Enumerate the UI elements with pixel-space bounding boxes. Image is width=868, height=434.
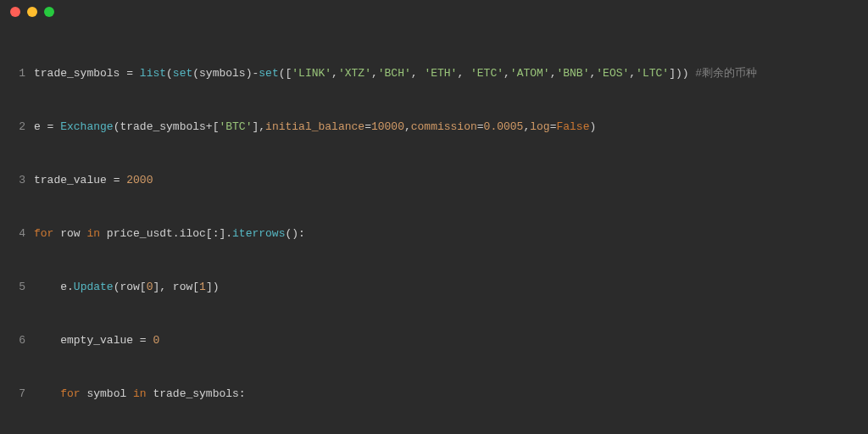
code-line: 2e = Exchange(trade_symbols+['BTC'],init… bbox=[0, 118, 868, 136]
line-number: 6 bbox=[0, 331, 34, 349]
code-content: trade_value = 2000 bbox=[34, 171, 153, 189]
line-number: 7 bbox=[0, 385, 34, 403]
code-line: 3trade_value = 2000 bbox=[0, 171, 868, 189]
line-number: 1 bbox=[0, 64, 34, 82]
code-line: 6 empty_value = 0 bbox=[0, 331, 868, 349]
close-icon[interactable] bbox=[10, 7, 20, 17]
code-content: for symbol in trade_symbols: bbox=[34, 385, 246, 403]
code-content: empty_value = 0 bbox=[34, 331, 159, 349]
line-number: 3 bbox=[0, 171, 34, 189]
line-number: 2 bbox=[0, 118, 34, 136]
line-number: 5 bbox=[0, 278, 34, 296]
code-editor[interactable]: 1trade_symbols = list(set(symbols)-set([… bbox=[0, 24, 868, 434]
code-line: 1trade_symbols = list(set(symbols)-set([… bbox=[0, 64, 868, 82]
code-line: 7 for symbol in trade_symbols: bbox=[0, 385, 868, 403]
code-content: e = Exchange(trade_symbols+['BTC'],initi… bbox=[34, 118, 596, 136]
code-content: e.Update(row[0], row[1]) bbox=[34, 278, 220, 296]
code-line: 5 e.Update(row[0], row[1]) bbox=[0, 278, 868, 296]
line-number: 4 bbox=[0, 225, 34, 242]
titlebar bbox=[0, 0, 868, 24]
code-content: trade_symbols = list(set(symbols)-set(['… bbox=[34, 64, 757, 82]
code-content: for row in price_usdt.iloc[:].iterrows()… bbox=[34, 225, 305, 242]
minimize-icon[interactable] bbox=[27, 7, 37, 17]
zoom-icon[interactable] bbox=[44, 7, 54, 17]
code-line: 4for row in price_usdt.iloc[:].iterrows(… bbox=[0, 225, 868, 242]
